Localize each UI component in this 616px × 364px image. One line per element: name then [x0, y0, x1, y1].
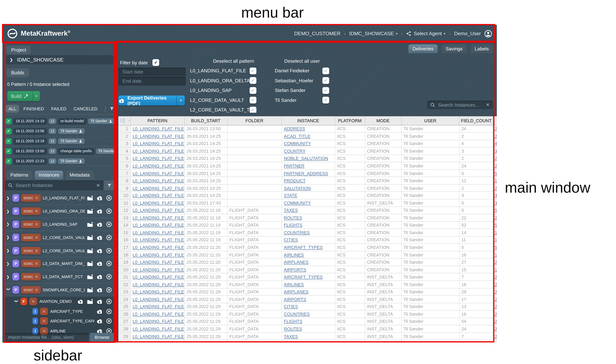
tree-item[interactable]: ❯ P IDMC ✕ L2_CORE_DATA_VAULT_T_LNK — [5, 244, 114, 257]
sidebar-tab[interactable]: Patterns — [6, 171, 32, 179]
pattern-cell[interactable]: L0_LANDING_FLAT_FILE — [130, 184, 184, 192]
tree-item[interactable]: ❯ P IDMC ✕ L2_CORE_DATA_VAULT — [5, 231, 114, 244]
build-status-filter[interactable]: FAILED — [48, 105, 69, 113]
download-icon[interactable] — [96, 309, 103, 314]
expand-chevron-icon[interactable]: ❯ — [6, 235, 10, 239]
ch-cell[interactable]: 2 — [492, 296, 497, 303]
add-folder-icon[interactable] — [87, 248, 93, 253]
add-folder-icon[interactable] — [87, 208, 93, 214]
ch-cell[interactable]: 2 — [492, 155, 497, 162]
column-header-platform[interactable]: PLATFORM — [335, 116, 365, 125]
download-icon[interactable] — [96, 328, 103, 334]
tree-item[interactable]: ❯ F ✕ AVIATION_DEMO — [5, 297, 114, 306]
instance-cell[interactable]: COUNTRY — [282, 147, 335, 155]
tree-item[interactable]: ❯ P IDMC ✕ L0_LANDING_FLAT_FILE — [5, 192, 114, 205]
instance-cell[interactable]: ADDRESS — [282, 340, 335, 342]
instance-cell[interactable]: PARTNER — [282, 162, 335, 169]
sidebar-tab[interactable]: Metadata — [66, 171, 94, 179]
pattern-cell[interactable]: L0_LANDING_FLAT_FILE — [130, 244, 184, 251]
table-search-input[interactable]: Search Instances... ✕ — [427, 101, 493, 109]
ch-cell[interactable]: 3 — [492, 192, 497, 199]
deselect-all-pattern-button[interactable]: Deselect all pattern — [201, 58, 256, 64]
tree-item[interactable]: ❯ P IDMC ✕ SNOWFLAKE_CORE_DV_HLS — [5, 284, 114, 297]
download-icon[interactable] — [96, 248, 103, 253]
pattern-cell[interactable]: L0_LANDING_FLAT_FILE — [130, 192, 184, 199]
ch-cell[interactable]: 2 — [492, 288, 497, 296]
pattern-filter-checkbox[interactable]: ✔ — [250, 97, 256, 104]
instance-cell[interactable]: AIRLINES — [282, 281, 335, 288]
remove-icon[interactable] — [106, 287, 112, 293]
download-icon[interactable] — [96, 287, 103, 292]
user-account-icon[interactable] — [484, 30, 492, 37]
breadcrumb-customer[interactable]: DEMO_CUSTOMER — [294, 31, 340, 36]
pattern-cell[interactable]: L0_LANDING_FLAT_FILE — [130, 266, 184, 273]
instance-cell[interactable]: TAXES — [282, 207, 335, 214]
ch-cell[interactable]: 52 — [492, 221, 497, 229]
remove-tag-badge[interactable]: IDMC ✕ — [21, 286, 41, 294]
remove-tag-badge[interactable]: IDMC ✕ — [21, 208, 41, 215]
pattern-cell[interactable]: L0_LANDING_FLAT_FILE — [130, 303, 184, 311]
start-date-input[interactable]: Start date — [118, 67, 186, 76]
instance-cell[interactable]: AIRPLANES — [282, 288, 335, 296]
pattern-cell[interactable]: L0_LANDING_FLAT_FILE — [130, 340, 184, 342]
instance-cell[interactable]: ROUTES — [282, 214, 335, 221]
pattern-cell[interactable]: L0_LANDING_FLAT_FILE — [130, 310, 184, 318]
download-icon[interactable] — [96, 319, 103, 324]
ch-cell[interactable]: 2 — [492, 132, 497, 140]
expand-chevron-icon[interactable]: ❯ — [6, 275, 10, 279]
column-header-folder[interactable]: FOLDER — [227, 116, 282, 125]
pattern-cell[interactable]: L0_LANDING_FLAT_FILE — [130, 177, 184, 184]
pattern-cell[interactable]: L0_LANDING_FLAT_FILE — [130, 162, 184, 169]
ch-cell[interactable]: 12 — [492, 177, 497, 184]
instance-cell[interactable]: AIRCRAFT_TYPES — [282, 244, 335, 251]
ch-cell[interactable]: 5 — [492, 244, 497, 251]
column-header-build-start[interactable]: BUILD_START — [184, 116, 227, 125]
user-filter-checkbox[interactable]: ✔ — [322, 77, 329, 84]
ch-cell[interactable]: 11 — [492, 236, 497, 244]
remove-tag-badge[interactable]: IDMC ✕ — [21, 221, 41, 228]
pattern-cell[interactable]: L0_LANDING_FLAT_FILE — [130, 296, 184, 303]
build-item[interactable]: ✔ 18.11.2025 13:18 12 Til Sander — [5, 136, 114, 146]
instances-filter-icon[interactable] — [104, 181, 114, 190]
ch-cell[interactable]: 2 — [492, 184, 497, 192]
tree-item[interactable]: ❯ P IDMC ✕ L3_DATA_MART_DIM_STAR — [5, 257, 114, 270]
pattern-cell[interactable]: L0_LANDING_FLAT_FILE — [130, 169, 184, 177]
instance-cell[interactable]: CITIES — [282, 303, 335, 311]
breadcrumb-project-dropdown[interactable]: IDMC_SHOWCASE ▾ — [349, 31, 398, 36]
remove-tag-badge[interactable]: ✕ — [40, 317, 48, 325]
tree-item[interactable]: ❯ P IDMC ✕ L0_LANDING_SAP — [5, 218, 114, 231]
pattern-cell[interactable]: L0_LANDING_FLAT_FILE — [130, 318, 184, 325]
pattern-cell[interactable]: L0_LANDING_FLAT_FILE — [130, 251, 184, 259]
expand-chevron-icon[interactable]: ❯ — [6, 209, 10, 213]
pattern-cell[interactable]: L0_LANDING_FLAT_FILE — [130, 207, 184, 214]
pattern-cell[interactable]: L0_LANDING_FLAT_FILE — [130, 140, 184, 147]
user-filter-checkbox[interactable]: ✔ — [322, 67, 329, 74]
build-item[interactable]: ✔ 18.11.2025 13:00 12 change table prefi… — [5, 146, 114, 156]
download-icon[interactable] — [96, 274, 103, 279]
pattern-cell[interactable]: L0_LANDING_FLAT_FILE — [130, 155, 184, 162]
export-deliveries-button[interactable]: Export Deliveries (PDF) ▾ — [118, 95, 185, 105]
pattern-cell[interactable]: L0_LANDING_FLAT_FILE — [130, 229, 184, 236]
instance-cell[interactable]: COMMUNITY — [282, 140, 335, 147]
ch-cell[interactable]: 2 — [492, 340, 497, 342]
instance-cell[interactable]: NOBLE_SALUTATION — [282, 155, 335, 162]
clear-search-icon[interactable]: ✕ — [96, 183, 100, 188]
pattern-cell[interactable]: L0_LANDING_FLAT_FILE — [130, 199, 184, 207]
instance-cell[interactable]: AIRPORTS — [282, 266, 335, 273]
ch-cell[interactable]: 2 — [492, 310, 497, 318]
column-header-instance[interactable]: INSTANCE — [282, 116, 335, 125]
remove-tag-badge[interactable]: IDMC ✕ — [21, 260, 41, 268]
ch-cell[interactable]: 2 — [492, 273, 497, 281]
ch-cell[interactable]: 2 — [492, 325, 497, 333]
ch-cell[interactable]: 24 — [492, 162, 497, 169]
build-item[interactable]: ✔ 18.11.2025 13:56 12 Til Sander — [5, 126, 114, 136]
instance-cell[interactable]: AIRLINES — [282, 251, 335, 259]
add-folder-icon[interactable] — [87, 222, 93, 227]
instance-cell[interactable]: ROUTES — [282, 325, 335, 333]
tree-item[interactable]: ❯ P IDMC ✕ L3_DATA_MART_FCT — [5, 270, 114, 284]
instance-cell[interactable]: STATE — [282, 192, 335, 199]
add-folder-icon[interactable] — [87, 261, 93, 266]
pattern-cell[interactable]: L0_LANDING_FLAT_FILE — [130, 214, 184, 221]
builds-filter-icon[interactable] — [109, 106, 114, 111]
instance-cell[interactable]: PARTNER_ADDRESS — [282, 169, 335, 177]
